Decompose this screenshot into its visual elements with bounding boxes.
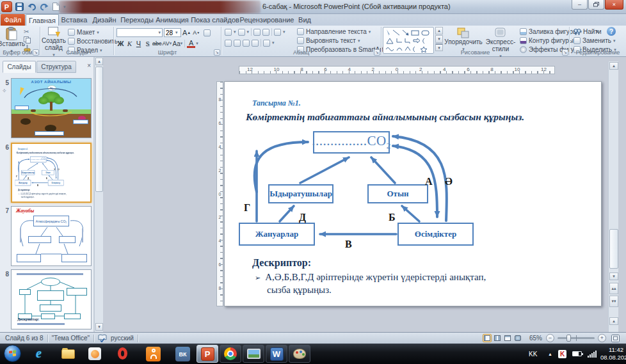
align-center-icon[interactable] — [234, 40, 241, 47]
align-left-icon[interactable] — [225, 40, 232, 47]
tab-file[interactable]: Файл — [1, 14, 25, 26]
zoom-slider-thumb[interactable] — [566, 335, 571, 342]
shapes-scroll-down[interactable]: ▾ — [435, 35, 443, 43]
grow-font-button[interactable]: А▲ — [182, 29, 191, 37]
paragraph-dialog-launcher[interactable]: ↘ — [374, 49, 380, 56]
taskbar-photo-viewer-button[interactable] — [243, 345, 264, 363]
slide-6-thumbnail[interactable]: Тапсырма №1. Көміртектің табиғаттағы айн… — [11, 143, 92, 203]
shrink-font-button[interactable]: А▼ — [192, 29, 200, 37]
tab-review[interactable]: Рецензирование — [240, 14, 294, 26]
tab-design[interactable]: Дизайн — [89, 14, 120, 26]
close-button[interactable]: × — [605, 0, 623, 10]
replace-button[interactable]: Заменить▾ — [574, 36, 616, 45]
line-spacing-icon[interactable] — [274, 29, 281, 36]
zoom-out-button[interactable]: − — [546, 334, 554, 342]
bullets-icon[interactable] — [225, 29, 232, 36]
text-shadow-button[interactable]: S — [143, 40, 152, 48]
font-size-combo[interactable]: ▾ — [164, 28, 181, 37]
qat-customize-icon[interactable]: ▾ — [63, 4, 66, 10]
panel-close-icon[interactable]: × — [87, 62, 91, 69]
normal-view-button[interactable] — [483, 334, 492, 342]
copy-icon[interactable] — [24, 36, 31, 44]
undo-icon[interactable] — [27, 2, 36, 12]
change-case-button[interactable]: Аа▾ — [172, 40, 182, 48]
diagram-box-animals[interactable]: Жануарлар — [239, 223, 315, 246]
strikethrough-button[interactable]: abc — [152, 40, 162, 48]
character-spacing-button[interactable]: AV▾ — [163, 40, 172, 48]
tray-language-indicator[interactable]: KK — [529, 344, 537, 364]
bold-button[interactable]: Ж — [116, 40, 125, 48]
taskbar-file-explorer-icon[interactable] — [61, 349, 75, 359]
font-color-dropdown[interactable]: ▾ — [196, 41, 198, 46]
powerpoint-app-icon[interactable]: P — [1, 1, 12, 12]
collapse-ribbon-icon[interactable]: ▴ — [596, 28, 598, 34]
tray-battery-icon[interactable] — [572, 344, 582, 364]
shapes-scroll-up[interactable]: ▴ — [435, 27, 443, 35]
underline-button[interactable]: Ч — [134, 40, 143, 48]
scroll-down-icon[interactable]: ▾ — [609, 273, 618, 280]
zoom-percentage[interactable]: 65% — [529, 335, 542, 342]
vertical-scroll-thumb[interactable] — [609, 229, 618, 269]
tab-view[interactable]: Вид — [294, 14, 316, 26]
tab-transitions[interactable]: Переходы — [120, 14, 154, 26]
vertical-ruler[interactable]: 864202468 — [216, 81, 223, 306]
next-slide-button[interactable]: ▾▾ — [609, 296, 618, 307]
new-file-icon[interactable] — [51, 2, 61, 12]
notes-scroll-up-icon[interactable]: ▴ — [609, 317, 618, 325]
justify-icon[interactable] — [252, 40, 259, 47]
clear-formatting-icon[interactable] — [204, 29, 211, 36]
font-dialog-launcher[interactable]: ↘ — [214, 49, 220, 56]
diagram-box-plants[interactable]: Өсімдіктер — [397, 223, 474, 246]
previous-slide-button[interactable]: ▴▴ — [609, 283, 618, 294]
taskbar-powerpoint-button[interactable]: P — [197, 345, 218, 363]
zoom-in-button[interactable]: + — [598, 334, 606, 342]
increase-indent-icon[interactable] — [262, 29, 269, 36]
diagram-box-fuel[interactable]: Отын — [367, 184, 428, 203]
reset-button[interactable]: Восстановить — [68, 37, 118, 45]
restore-button[interactable] — [588, 0, 604, 10]
decrease-indent-icon[interactable] — [253, 29, 261, 36]
taskbar-internet-explorer-icon[interactable]: e — [36, 346, 42, 361]
font-name-combo[interactable]: ▾ — [116, 28, 163, 37]
font-color-button[interactable]: А — [187, 39, 195, 48]
start-button[interactable] — [4, 345, 21, 362]
tray-kaspersky-icon[interactable]: K — [558, 344, 566, 364]
columns-icon[interactable] — [263, 40, 270, 47]
clipboard-dialog-launcher[interactable]: ↘ — [33, 49, 39, 56]
slide-canvas[interactable]: Тапсырма №1. Көміртектің табиғаттағы айн… — [224, 81, 602, 306]
panel-tab-slides[interactable]: Слайды — [3, 61, 36, 73]
slide-sorter-view-button[interactable] — [493, 334, 502, 342]
panel-scroll-down-icon[interactable]: ▾ — [95, 323, 103, 331]
horizontal-ruler[interactable]: 12108642024681012 — [239, 66, 555, 74]
tab-animation[interactable]: Анимация — [154, 14, 190, 26]
taskbar-media-player-icon[interactable] — [88, 347, 101, 360]
taskbar-word-button[interactable]: W — [266, 345, 287, 363]
vertical-scrollbar[interactable]: ▴ ▾ ▴▴ ▾▾ ▴ ▾ — [608, 61, 618, 364]
zoom-slider[interactable] — [558, 337, 595, 339]
taskbar-odnoklassniki-icon[interactable] — [146, 347, 161, 361]
tab-home[interactable]: Главная — [26, 14, 59, 26]
slideshow-view-button[interactable] — [513, 334, 522, 342]
taskbar-paint-button[interactable] — [289, 345, 310, 363]
diagram-box-co2[interactable]: ...............CO2 — [313, 131, 390, 154]
help-icon[interactable]: ? — [607, 27, 616, 36]
font-size-input[interactable] — [166, 29, 175, 36]
align-text-button[interactable]: Выровнять текст▾ — [297, 36, 388, 45]
taskbar-chrome-button[interactable] — [220, 345, 241, 363]
drawing-dialog-launcher[interactable]: ↘ — [562, 49, 568, 56]
panel-scroll-thumb[interactable] — [95, 67, 103, 192]
tab-slideshow[interactable]: Показ слайдов — [190, 14, 240, 26]
save-icon[interactable] — [15, 2, 24, 12]
font-name-input[interactable] — [118, 29, 158, 36]
language-indicator[interactable]: русский — [111, 335, 134, 342]
slides-panel-scrollbar[interactable]: ▴ ▾ — [94, 57, 103, 332]
panel-scroll-up-icon[interactable]: ▴ — [95, 58, 103, 65]
numbering-icon[interactable] — [238, 29, 245, 36]
scroll-up-icon[interactable]: ▴ — [609, 62, 618, 70]
slide-counter[interactable]: Слайд 6 из 8 — [5, 335, 44, 342]
diagram-box-decomposers[interactable]: Ыдыратушылар — [268, 184, 333, 203]
spellcheck-icon[interactable] — [98, 334, 107, 342]
italic-button[interactable]: К — [125, 40, 134, 48]
minimize-button[interactable]: – — [572, 0, 588, 10]
tray-clock[interactable]: 11:42 08.08.2020 — [600, 346, 623, 364]
